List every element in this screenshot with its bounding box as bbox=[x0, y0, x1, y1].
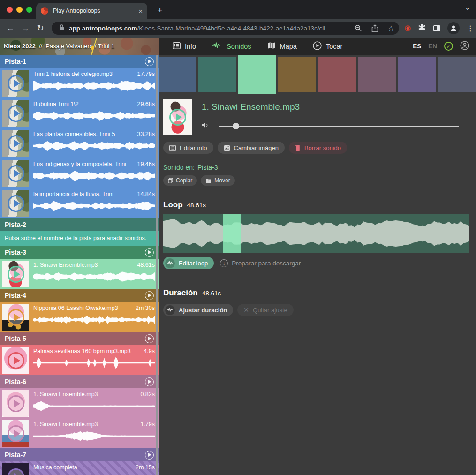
clip-main: Trini 1 historia del colegio.mp317.79s bbox=[29, 70, 155, 97]
share-icon[interactable] bbox=[371, 24, 378, 32]
minimize-window-button[interactable] bbox=[16, 7, 23, 13]
move-button[interactable]: Mover bbox=[201, 175, 234, 186]
volume-slider[interactable] bbox=[219, 123, 459, 129]
account-icon[interactable] bbox=[460, 41, 469, 52]
waveform-shape bbox=[33, 81, 155, 91]
breadcrumb[interactable]: Kleos 2022 // Pasaje Valvanera / Trini 1 bbox=[0, 38, 159, 55]
clip[interactable]: Nipponia 06 Esashi Oiwake.mp32m 30s bbox=[0, 302, 159, 332]
prepare-download-button[interactable]: ↓ Preparar para descargar bbox=[220, 259, 301, 267]
remove-adjust-button[interactable]: ✕ Quitar ajuste bbox=[237, 304, 293, 316]
loop-playhead-band[interactable] bbox=[223, 214, 241, 253]
sound-in-track-link[interactable]: Pista-3 bbox=[197, 164, 218, 171]
clip-main: 1. Sinawi Ensemble.mp30.82s bbox=[29, 390, 155, 417]
clip-thumbnail[interactable] bbox=[2, 100, 29, 127]
nav-tab-sonidos[interactable]: Sonidos bbox=[212, 42, 251, 51]
clip-thumbnail[interactable] bbox=[2, 261, 29, 287]
track-play-icon[interactable] bbox=[145, 334, 154, 343]
tab-search-chevron-icon[interactable]: ⌄ bbox=[465, 4, 470, 11]
nav-tab-info[interactable]: Info bbox=[173, 42, 196, 51]
clip-thumbnail[interactable] bbox=[2, 160, 29, 187]
zoom-out-icon[interactable] bbox=[355, 24, 362, 32]
nav-tab-mapa[interactable]: Mapa bbox=[267, 42, 297, 51]
track-play-icon[interactable] bbox=[145, 451, 154, 460]
volume-handle[interactable] bbox=[233, 123, 239, 129]
track-header[interactable]: Pista-6 bbox=[0, 375, 159, 388]
breadcrumb-path[interactable]: Pasaje Valvanera / Trini 1 bbox=[45, 43, 114, 50]
clip-color-swatch[interactable] bbox=[278, 57, 316, 92]
bookmark-star-icon[interactable]: ☆ bbox=[388, 24, 394, 33]
adjust-duration-button[interactable]: Ajustar duración bbox=[163, 304, 233, 316]
track-body: Pulsa sobre el nombre de la pista para a… bbox=[0, 231, 159, 246]
clip-thumbnail[interactable] bbox=[2, 420, 29, 447]
clip[interactable]: 1. Sinawi Ensemble.mp30.82s bbox=[0, 388, 159, 418]
new-tab-button[interactable]: + bbox=[154, 5, 166, 15]
nav-tab-tocar[interactable]: Tocar bbox=[313, 41, 342, 52]
loop-waveform[interactable] bbox=[163, 214, 469, 253]
clip[interactable]: 1. Sinawi Ensemble.mp31.79s bbox=[0, 418, 159, 448]
track-empty-hint[interactable]: Pulsa sobre el nombre de la pista para a… bbox=[0, 231, 159, 246]
clip[interactable]: Trini 1 historia del colegio.mp317.79s bbox=[0, 68, 159, 98]
forward-button[interactable]: → bbox=[18, 23, 33, 33]
copy-button[interactable]: Copiar bbox=[163, 175, 197, 186]
edit-loop-button[interactable]: Editar loop bbox=[163, 257, 214, 269]
browser-tab[interactable]: Play Antropoloops × bbox=[36, 3, 147, 19]
lang-en-button[interactable]: EN bbox=[428, 43, 437, 50]
track-header[interactable]: Pista-3 bbox=[0, 246, 159, 259]
clip-color-swatch[interactable] bbox=[358, 57, 396, 92]
track-header[interactable]: Pista-7 bbox=[0, 448, 159, 461]
clip-play-icon bbox=[8, 468, 24, 475]
close-tab-icon[interactable]: × bbox=[138, 7, 143, 15]
clip[interactable]: Los indigenas y la compostela. Trini19.4… bbox=[0, 158, 159, 188]
breadcrumb-project[interactable]: Kleos 2022 bbox=[4, 43, 36, 50]
clip[interactable]: Las plantas comestibles. Trini 533.28s bbox=[0, 128, 159, 158]
clip-color-swatch[interactable] bbox=[398, 57, 436, 92]
clip-thumbnail[interactable] bbox=[2, 130, 29, 157]
edit-info-button[interactable]: Editar info bbox=[163, 142, 213, 154]
clip-thumbnail[interactable] bbox=[2, 347, 29, 374]
address-bar[interactable]: app.antropoloops.com /Kleos-Santa-Marina… bbox=[52, 22, 399, 35]
track-play-icon[interactable] bbox=[145, 291, 154, 300]
sound-thumbnail[interactable] bbox=[163, 99, 192, 135]
track-header[interactable]: Pista-1 bbox=[0, 55, 159, 68]
record-extension-icon[interactable] bbox=[405, 25, 411, 31]
clip-color-swatch[interactable] bbox=[238, 55, 276, 94]
zoom-window-button[interactable] bbox=[26, 7, 32, 13]
track-play-icon[interactable] bbox=[145, 248, 154, 257]
map-pin-icon bbox=[91, 46, 94, 50]
clip-thumbnail[interactable] bbox=[2, 70, 29, 97]
reload-button[interactable]: ↻ bbox=[33, 23, 48, 33]
change-image-button[interactable]: Cambiar imágen bbox=[218, 142, 285, 154]
track-header[interactable]: Pista-5 bbox=[0, 332, 159, 345]
clip[interactable]: Palmas sevillanas 160 bpm mp3.mp34.9s bbox=[0, 345, 159, 375]
clip-thumbnail[interactable] bbox=[2, 463, 29, 475]
clip-color-swatch[interactable] bbox=[159, 57, 196, 92]
clip[interactable]: 1. Sinawi Ensemble.mp348.61s bbox=[0, 259, 159, 289]
profile-avatar[interactable] bbox=[447, 22, 460, 34]
tab-title: Play Antropoloops bbox=[53, 8, 135, 14]
clip-thumbnail[interactable] bbox=[2, 304, 29, 331]
delete-sound-button[interactable]: Borrar sonido bbox=[289, 142, 347, 154]
waveform-icon bbox=[165, 305, 175, 315]
clip-color-swatch[interactable] bbox=[438, 57, 476, 92]
close-window-button[interactable] bbox=[7, 7, 13, 13]
side-panel-icon[interactable] bbox=[433, 25, 440, 31]
track-header[interactable]: Pista-2 bbox=[0, 218, 159, 231]
play-overlay-icon[interactable] bbox=[169, 109, 186, 126]
back-button[interactable]: ← bbox=[3, 23, 18, 33]
clip[interactable]: Bubulina Trini 1\229.68s bbox=[0, 98, 159, 128]
url-domain: app.antropoloops.com bbox=[69, 25, 137, 32]
clip[interactable]: Musica completa2m 15s bbox=[0, 461, 159, 475]
track-header[interactable]: Pista-4 bbox=[0, 289, 159, 302]
clip-thumbnail[interactable] bbox=[2, 190, 29, 217]
clip-color-swatch[interactable] bbox=[198, 57, 236, 92]
waveform-shape bbox=[33, 431, 155, 441]
track-play-icon[interactable] bbox=[145, 57, 154, 66]
browser-menu-icon[interactable]: ⋮ bbox=[467, 24, 474, 33]
extensions-puzzle-icon[interactable] bbox=[418, 23, 426, 33]
clip[interactable]: la importancia de la lluvia. Trini14.84s bbox=[0, 188, 159, 218]
sidebar-scrollbar[interactable] bbox=[156, 55, 158, 475]
track-play-icon[interactable] bbox=[145, 377, 154, 386]
clip-color-swatch[interactable] bbox=[318, 57, 356, 92]
lang-es-button[interactable]: ES bbox=[413, 43, 421, 50]
clip-thumbnail[interactable] bbox=[2, 390, 29, 417]
